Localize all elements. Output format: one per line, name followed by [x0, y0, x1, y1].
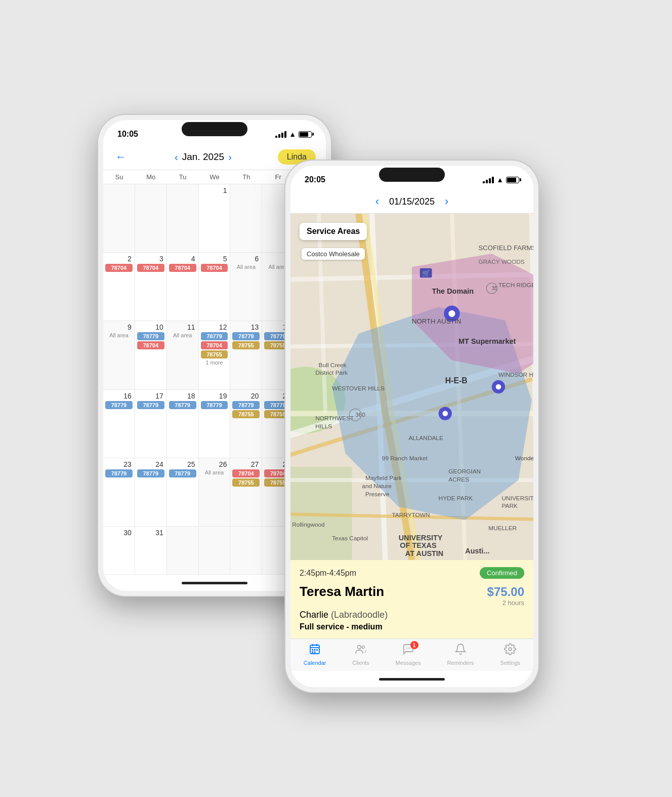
zip-tag: 78779 [201, 401, 228, 409]
table-row[interactable]: 26 All area [199, 458, 231, 526]
clients-tab-icon [355, 643, 367, 658]
table-row[interactable] [230, 184, 262, 252]
map-svg: 🛒 SCOFIELD FARMS GRACY WOODS TECH RIDGE … [290, 214, 533, 560]
map-next-date-button[interactable]: › [445, 195, 448, 208]
table-row[interactable] [167, 527, 199, 574]
table-row[interactable]: 30 [103, 527, 135, 574]
zip-tag: 78755 [201, 350, 228, 358]
table-row[interactable]: 5 78704 [199, 253, 231, 321]
zip-tag: 78755 [232, 410, 260, 418]
appointment-name-row: Teresa Martin $75.00 2 hours [300, 584, 524, 607]
reminders-tab-icon [454, 643, 467, 658]
next-month-button[interactable]: › [228, 151, 232, 163]
table-row[interactable] [167, 184, 199, 252]
svg-text:Preserve: Preserve [365, 491, 390, 498]
svg-text:Wonderspaces Au...: Wonderspaces Au... [515, 455, 533, 462]
table-row[interactable]: 9 All area [103, 321, 135, 389]
tab-calendar[interactable]: Calendar [300, 643, 330, 666]
status-time-1: 10:05 [117, 130, 138, 139]
table-row[interactable]: 10 78779 78704 [135, 321, 167, 389]
status-time-2: 20:05 [305, 175, 325, 184]
zip-tag: 78755 [232, 479, 260, 487]
table-row[interactable]: 24 78779 [135, 458, 167, 526]
table-row[interactable]: 13 78779 78755 [230, 321, 262, 389]
map-current-date: 01/15/2025 [389, 196, 435, 207]
day-label-th: Th [230, 170, 262, 184]
tab-messages[interactable]: 1 Messages [392, 643, 425, 666]
svg-text:Rollingwood: Rollingwood [292, 521, 324, 528]
prev-month-button[interactable]: ‹ [175, 151, 178, 163]
zip-tag: 78779 [232, 332, 260, 340]
table-row[interactable]: 31 [135, 527, 167, 574]
table-row[interactable]: 1 [199, 184, 231, 252]
svg-text:SCOFIELD FARMS: SCOFIELD FARMS [479, 244, 533, 252]
client-name: Teresa Martin [300, 584, 384, 600]
tab-clients[interactable]: Clients [348, 643, 373, 666]
svg-text:District Park: District Park [315, 369, 348, 376]
table-row[interactable]: 16 78779 [103, 390, 135, 458]
svg-rect-65 [314, 649, 316, 651]
svg-point-70 [362, 646, 365, 649]
table-row[interactable]: 12 78779 78704 78755 1 more [199, 321, 231, 389]
table-row[interactable]: 3 78704 [135, 253, 167, 321]
table-row[interactable]: 17 78779 [135, 390, 167, 458]
table-row[interactable]: 4 78704 [167, 253, 199, 321]
appointment-status: Confirmed [480, 567, 524, 579]
month-nav: ‹ Jan. 2025 › [134, 151, 273, 163]
wifi-icon-2: ▲ [496, 176, 503, 184]
svg-text:OF TEXAS: OF TEXAS [400, 541, 437, 549]
table-row[interactable] [135, 184, 167, 252]
tab-reminders[interactable]: Reminders [443, 643, 478, 666]
status-icons-1: ▲ [275, 130, 312, 138]
day-label-we: We [199, 170, 231, 184]
zip-tag: 78704 [137, 341, 164, 349]
svg-text:ALLANDALE: ALLANDALE [408, 434, 443, 442]
settings-tab-icon [504, 643, 516, 658]
table-row[interactable]: 2 78704 [103, 253, 135, 321]
zip-tag: 78779 [137, 401, 164, 409]
svg-text:🛒: 🛒 [422, 269, 431, 277]
table-row[interactable]: 23 78779 [103, 458, 135, 526]
wifi-icon-1: ▲ [289, 130, 296, 138]
table-row[interactable]: 25 78779 [167, 458, 199, 526]
battery-icon-1 [299, 131, 312, 138]
table-row[interactable] [199, 527, 231, 574]
svg-text:AT AUSTIN: AT AUSTIN [405, 549, 443, 557]
svg-rect-66 [316, 649, 318, 651]
svg-point-72 [408, 648, 409, 649]
svg-point-69 [358, 646, 361, 649]
back-button[interactable]: ← [113, 148, 129, 166]
calendar-tab-label: Calendar [304, 660, 326, 666]
svg-text:WESTOVER HILLS: WESTOVER HILLS [332, 385, 385, 392]
zip-tag: 78779 [169, 401, 196, 409]
table-row[interactable]: 18 78779 [167, 390, 199, 458]
clients-tab-label: Clients [352, 660, 369, 666]
tab-settings[interactable]: Settings [496, 643, 524, 666]
svg-text:NORTH AUSTIN: NORTH AUSTIN [412, 317, 461, 325]
svg-text:GEORGIAN: GEORGIAN [448, 468, 481, 475]
svg-text:and Nature: and Nature [362, 483, 392, 490]
notch-1 [182, 122, 247, 136]
table-row[interactable]: 11 All area [167, 321, 199, 389]
messages-tab-label: Messages [396, 660, 421, 666]
svg-text:HYDE PARK: HYDE PARK [439, 495, 473, 502]
map-container[interactable]: 🛒 SCOFIELD FARMS GRACY WOODS TECH RIDGE … [290, 214, 533, 560]
table-row[interactable]: 19 78779 [199, 390, 231, 458]
zip-tag: 78779 [105, 469, 133, 477]
messages-badge: 1 [410, 641, 418, 649]
svg-text:TECH RIDGE: TECH RIDGE [498, 282, 533, 289]
appointment-time-row: 2:45pm-4:45pm Confirmed [300, 567, 524, 579]
svg-text:NORTHWEST: NORTHWEST [315, 415, 354, 422]
messages-badge-wrap: 1 [402, 643, 414, 658]
status-icons-2: ▲ [483, 176, 519, 184]
zip-tag: 78779 [105, 401, 133, 409]
table-row[interactable]: 6 All area [230, 253, 262, 321]
svg-rect-64 [312, 649, 313, 651]
table-row[interactable] [103, 184, 135, 252]
zip-tag: 78704 [169, 264, 196, 272]
table-row[interactable]: 27 78704 78755 [230, 458, 262, 526]
svg-text:GRACY WOODS: GRACY WOODS [479, 258, 525, 265]
table-row[interactable] [230, 527, 262, 574]
map-prev-date-button[interactable]: ‹ [375, 195, 379, 208]
table-row[interactable]: 20 78779 78755 [230, 390, 262, 458]
